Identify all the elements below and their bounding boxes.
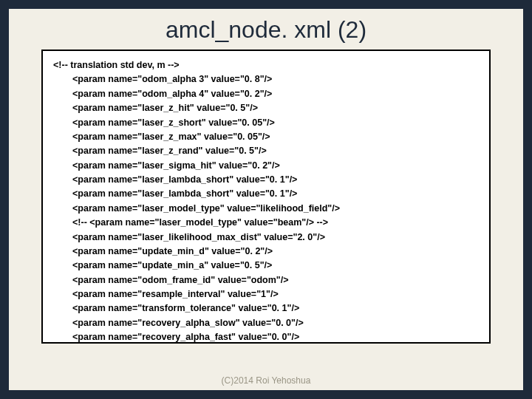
code-line: <param name="laser_z_hit" value="0. 5"/> — [72, 101, 479, 115]
code-block: <!-- translation std dev, m --> <param n… — [41, 50, 491, 344]
code-line: <param name="laser_lambda_short" value="… — [72, 173, 479, 187]
code-line: <param name="recovery_alpha_fast" value=… — [72, 330, 479, 344]
code-line: <param name="laser_lambda_short" value="… — [72, 187, 479, 201]
code-line: <!-- <param name="laser_model_type" valu… — [72, 216, 479, 230]
code-line: <param name="laser_z_short" value="0. 05… — [72, 116, 479, 130]
code-line: <param name="laser_likelihood_max_dist" … — [72, 231, 479, 245]
code-line: <param name="laser_z_max" value="0. 05"/… — [72, 130, 479, 144]
code-comment: <!-- translation std dev, m --> — [53, 58, 479, 72]
code-line: <param name="resample_interval" value="1… — [72, 287, 479, 301]
code-line: <param name="recovery_alpha_slow" value=… — [72, 316, 479, 330]
code-line: <param name="odom_frame_id" value="odom"… — [72, 273, 479, 287]
code-line: <param name="update_min_d" value="0. 2"/… — [72, 245, 479, 259]
code-line: <param name="update_min_a" value="0. 5"/… — [72, 259, 479, 273]
code-line: <param name="laser_z_rand" value="0. 5"/… — [72, 144, 479, 158]
footer-copyright: (C)2014 Roi Yehoshua — [9, 375, 523, 386]
slide-title: amcl_node. xml (2) — [9, 9, 523, 50]
code-line: <param name="laser_sigma_hit" value="0. … — [72, 159, 479, 173]
code-params: <param name="odom_alpha 3" value="0. 8"/… — [53, 72, 479, 344]
code-line: <param name="transform_tolerance" value=… — [72, 301, 479, 316]
code-line: <param name="odom_alpha 4" value="0. 2"/… — [72, 87, 479, 101]
code-line: <param name="odom_alpha 3" value="0. 8"/… — [72, 72, 479, 86]
slide-frame: amcl_node. xml (2) <!-- translation std … — [0, 0, 532, 399]
code-line: <param name="laser_model_type" value="li… — [72, 202, 479, 216]
